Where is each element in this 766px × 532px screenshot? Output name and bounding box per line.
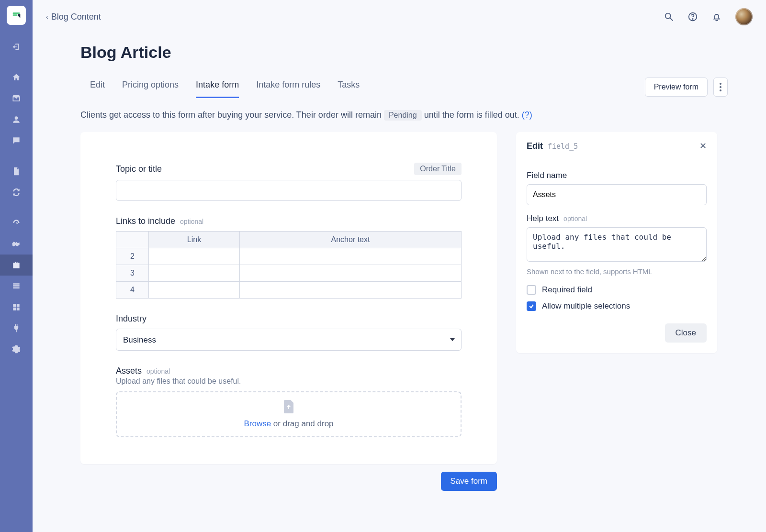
field-industry-label: Industry	[116, 314, 146, 324]
multiple-selections-row[interactable]: Allow multiple selections	[527, 301, 707, 311]
save-form-button[interactable]: Save form	[441, 472, 497, 491]
order-title-badge: Order Title	[414, 163, 462, 175]
links-header-rownum	[116, 232, 149, 248]
anchor-cell[interactable]	[240, 248, 462, 265]
table-row: 3	[116, 265, 462, 282]
field-id-code: field_5	[548, 142, 578, 151]
field-name-label: Field name	[527, 171, 707, 180]
sidebar-icon-user[interactable]	[0, 109, 33, 130]
sidebar-icon-document[interactable]	[0, 161, 33, 182]
assets-help-text: Upload any files that could be useful.	[116, 377, 462, 386]
sidebar-icon-chat[interactable]	[0, 130, 33, 151]
help-icon[interactable]	[687, 11, 698, 22]
note-help-link[interactable]: (?)	[522, 110, 532, 120]
search-icon[interactable]	[664, 11, 674, 22]
field-assets: Assets optional Upload any files that co…	[116, 366, 462, 437]
sidebar-icon-briefcase[interactable]	[0, 255, 33, 276]
field-industry: Industry Business	[116, 314, 462, 351]
sidebar-icon-handshake[interactable]	[0, 233, 33, 255]
file-upload-icon	[283, 400, 294, 415]
main-content: Blog Article Edit Pricing options Intake…	[33, 33, 766, 532]
sidebar-icon-home[interactable]	[0, 67, 33, 88]
page-title: Blog Article	[80, 43, 728, 62]
more-menu-button[interactable]	[713, 78, 728, 97]
form-card: Topic or title Order Title Links to incl…	[80, 132, 497, 464]
table-row: 2	[116, 248, 462, 265]
help-text-input[interactable]	[527, 227, 707, 262]
svg-marker-2	[18, 14, 20, 18]
required-checkbox[interactable]	[527, 285, 536, 295]
avatar[interactable]	[735, 8, 753, 25]
sidebar-icon-settings[interactable]	[0, 339, 33, 360]
field-links: Links to include optional Link Anchor te…	[116, 216, 462, 299]
sidebar-icon-dashboard[interactable]	[0, 212, 33, 233]
close-icon[interactable]: ✕	[699, 141, 707, 151]
sidebar	[0, 0, 33, 532]
links-header-link: Link	[149, 232, 240, 248]
tab-intake[interactable]: Intake form	[196, 76, 239, 98]
field-assets-label: Assets optional	[116, 366, 170, 376]
tabs-row: Edit Pricing options Intake form Intake …	[80, 76, 728, 99]
table-row: 4	[116, 282, 462, 299]
svg-point-6	[692, 19, 693, 19]
chevron-left-icon: ‹	[46, 13, 48, 21]
sidebar-icon-list[interactable]	[0, 276, 33, 297]
sidebar-icon-sync[interactable]	[0, 182, 33, 203]
breadcrumb-label: Blog Content	[51, 12, 101, 22]
required-field-row[interactable]: Required field	[527, 285, 707, 295]
svg-rect-1	[13, 14, 18, 16]
status-badge: Pending	[384, 110, 422, 121]
link-cell[interactable]	[149, 282, 240, 299]
field-topic-label: Topic or title	[116, 164, 162, 174]
anchor-cell[interactable]	[240, 282, 462, 299]
tab-pricing[interactable]: Pricing options	[122, 76, 179, 98]
links-table: Link Anchor text 2 3	[116, 231, 462, 299]
upload-dropzone[interactable]: Browse or drag and drop	[116, 391, 462, 437]
help-text-label: Help text optional	[527, 214, 707, 223]
sidebar-icon-grid[interactable]	[0, 297, 33, 318]
app-logo[interactable]	[7, 6, 26, 25]
tab-tasks[interactable]: Tasks	[338, 76, 360, 98]
multiple-checkbox[interactable]	[527, 301, 536, 311]
svg-line-4	[670, 18, 673, 21]
help-text-hint: Shown next to the field, supports HTML	[527, 267, 707, 276]
panel-title: Edit field_5	[527, 141, 578, 151]
field-name-input[interactable]	[527, 184, 707, 205]
breadcrumb[interactable]: ‹ Blog Content	[46, 12, 101, 22]
svg-point-3	[665, 13, 671, 19]
info-note: Clients get access to this form after bu…	[80, 110, 728, 121]
kebab-icon	[720, 83, 721, 91]
tab-rules[interactable]: Intake form rules	[256, 76, 320, 98]
sidebar-icon-inbox[interactable]	[0, 88, 33, 109]
bell-icon[interactable]	[711, 11, 722, 22]
tabs: Edit Pricing options Intake form Intake …	[80, 76, 360, 98]
browse-link[interactable]: Browse	[244, 419, 271, 428]
tab-edit[interactable]: Edit	[90, 76, 105, 98]
link-cell[interactable]	[149, 265, 240, 282]
links-header-anchor: Anchor text	[240, 232, 462, 248]
edit-field-panel: Edit field_5 ✕ Field name Help text opti…	[516, 132, 717, 353]
industry-select[interactable]: Business	[116, 329, 462, 351]
topbar: ‹ Blog Content	[33, 0, 766, 33]
svg-rect-0	[13, 12, 20, 14]
close-panel-button[interactable]: Close	[665, 323, 707, 343]
required-label: Required field	[542, 285, 592, 295]
sidebar-icon-enter[interactable]	[0, 36, 33, 57]
sidebar-icon-plug[interactable]	[0, 318, 33, 339]
upload-text: Browse or drag and drop	[244, 419, 333, 429]
field-topic: Topic or title Order Title	[116, 163, 462, 201]
link-cell[interactable]	[149, 248, 240, 265]
anchor-cell[interactable]	[240, 265, 462, 282]
field-links-label: Links to include optional	[116, 216, 203, 226]
multiple-label: Allow multiple selections	[542, 301, 630, 311]
preview-form-button[interactable]: Preview form	[645, 78, 708, 97]
topic-input[interactable]	[116, 180, 462, 201]
